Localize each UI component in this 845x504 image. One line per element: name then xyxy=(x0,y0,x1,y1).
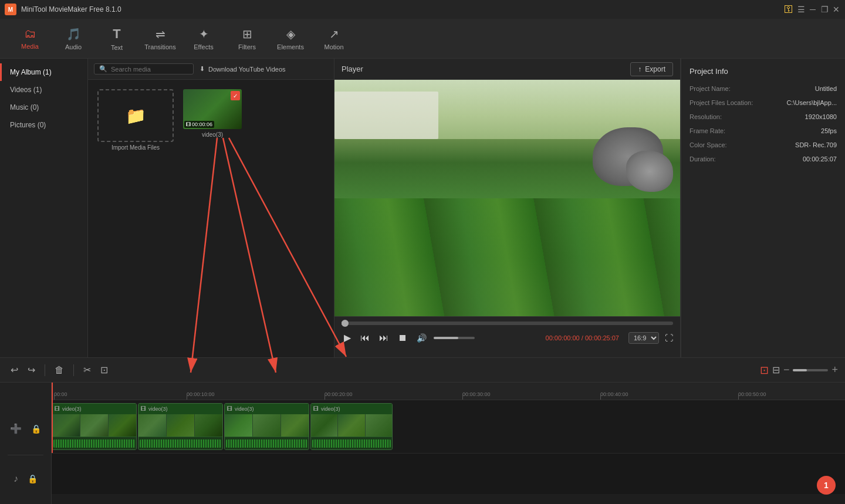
timeline-ruler: 00:00 00:00:10:00 00:00:20:00 00:00:30:0… xyxy=(52,383,845,400)
zoom-plus-button[interactable]: + xyxy=(832,364,838,376)
timeline-clip-2[interactable]: 🎞 video(3) xyxy=(138,403,223,450)
thumb-check-mark: ✓ xyxy=(231,91,240,100)
progress-bar[interactable] xyxy=(342,322,673,325)
timeline-clip-1[interactable]: 🎞 video(3) xyxy=(52,403,137,450)
fullscreen-button[interactable]: ⛶ xyxy=(665,333,673,343)
app-title: MiniTool MovieMaker Free 8.1.0 xyxy=(21,5,121,13)
sidebar-item-pictures[interactable]: Pictures (0) xyxy=(0,116,87,134)
volume-slider[interactable] xyxy=(434,337,475,339)
lock-audio-track-button[interactable]: 🔒 xyxy=(25,472,40,486)
resolution-label: Resolution: xyxy=(689,113,722,120)
toolbar-filters[interactable]: ⊞ Filters xyxy=(227,22,268,56)
redo-button[interactable]: ↪ xyxy=(24,362,39,378)
restore-icon[interactable]: ❐ xyxy=(820,5,829,13)
text-icon: T xyxy=(113,26,120,42)
undo-button[interactable]: ↩ xyxy=(7,362,22,378)
search-input[interactable] xyxy=(111,66,188,73)
toolbar-elements[interactable]: ◈ Elements xyxy=(270,22,311,56)
resolution-row: Resolution: 1920x1080 xyxy=(689,113,837,120)
clip-1-wave xyxy=(53,439,135,448)
export-button[interactable]: ↑ Export xyxy=(630,62,673,76)
cut-button[interactable]: ✂ xyxy=(80,362,94,378)
menu-icon[interactable]: ☰ xyxy=(797,5,805,13)
download-youtube-btn[interactable]: ⬇ Download YouTube Videos xyxy=(200,65,286,73)
clip-1-film-icon: 🎞 xyxy=(55,406,60,412)
framerate-row: Frame Rate: 25fps xyxy=(689,127,837,134)
ruler-mark-0: 00:00 xyxy=(54,391,67,397)
clip-3-frame-1 xyxy=(225,414,253,437)
toolbar-motion[interactable]: ↗ Motion xyxy=(313,22,354,56)
download-icon: ⬇ xyxy=(200,65,205,73)
project-location-label: Project Files Location: xyxy=(689,99,753,106)
audio-track-controls: ♪ 🔒 xyxy=(11,455,40,502)
clip-3-frame-3 xyxy=(281,414,309,437)
minimize-icon[interactable]: ─ xyxy=(809,5,817,13)
film-icon: 🎞 xyxy=(186,122,191,127)
media-toolbar: 🔍 ⬇ Download YouTube Videos xyxy=(88,59,334,80)
folder-icon: 📁 xyxy=(126,106,146,126)
clip-2-frames xyxy=(138,414,222,437)
motion-icon: ↗ xyxy=(329,27,339,41)
volume-button[interactable]: 🔊 xyxy=(414,332,429,344)
clip-1-frame-3 xyxy=(109,414,136,437)
player-video xyxy=(334,80,680,316)
toolbar-text[interactable]: T Text xyxy=(96,22,137,56)
add-video-track-button[interactable]: ➕ xyxy=(8,421,24,437)
split-btn[interactable]: ⊟ xyxy=(772,364,780,376)
toolbar-filters-label: Filters xyxy=(238,43,256,50)
ruler-line-5 xyxy=(738,395,739,400)
clip-2-audio xyxy=(138,437,222,449)
left-panel: My Album (1) Videos (1) Music (0) Pictur… xyxy=(0,59,334,357)
add-audio-track-button[interactable]: ♪ xyxy=(11,471,21,486)
transitions-icon: ⇌ xyxy=(156,27,165,41)
toolbar-media[interactable]: 🗂 Media xyxy=(9,22,50,56)
clip-4-audio xyxy=(311,437,392,449)
app-logo: M xyxy=(5,4,16,15)
crop-button[interactable]: ⊡ xyxy=(97,362,111,378)
stop-button[interactable]: ⏹ xyxy=(396,332,410,344)
clip-2-wave xyxy=(140,439,221,448)
lock-video-track-button[interactable]: 🔒 xyxy=(29,422,43,436)
close-icon[interactable]: ✕ xyxy=(832,5,840,13)
toolbar-transitions[interactable]: ⇌ Transitions xyxy=(140,22,181,56)
prev-frame-button[interactable]: ⏮ xyxy=(358,332,372,344)
toolbar-separator-2 xyxy=(73,364,74,376)
search-icon: 🔍 xyxy=(99,65,107,73)
effects-icon: ✦ xyxy=(199,27,209,41)
notification-bubble[interactable]: 1 xyxy=(817,476,836,495)
duration-label: Duration: xyxy=(689,155,716,163)
toolbar-effects-label: Effects xyxy=(194,43,213,50)
next-frame-button[interactable]: ⏭ xyxy=(377,332,391,344)
toolbar-effects[interactable]: ✦ Effects xyxy=(183,22,224,56)
zoom-slider[interactable] xyxy=(793,369,828,371)
playhead[interactable] xyxy=(52,383,53,453)
clip-3-wave xyxy=(226,439,307,448)
clip-4-frame-1 xyxy=(311,414,338,437)
zoom-minus-button[interactable]: − xyxy=(783,364,790,376)
player-title: Player xyxy=(342,65,363,73)
clip-1-label: video(3) xyxy=(62,406,82,412)
ruler-mark-4: 00:00:40:00 xyxy=(600,391,628,397)
media-grid: 📁 Import Media Files 🎞 00:00:06 ✓ xyxy=(88,80,334,357)
notif-count: 1 xyxy=(824,481,829,490)
sidebar-item-music[interactable]: Music (0) xyxy=(0,99,87,116)
sidebar-item-my-album[interactable]: My Album (1) xyxy=(0,63,87,81)
timeline-clip-4[interactable]: 🎞 video(3) xyxy=(310,403,393,450)
clip-3-label: video(3) xyxy=(235,406,254,412)
play-button[interactable]: ▶ xyxy=(342,331,353,344)
zoom-fill xyxy=(793,369,807,371)
delete-button[interactable]: 🗑 xyxy=(51,363,67,378)
video-thumbnail[interactable]: 🎞 00:00:06 ✓ xyxy=(183,89,242,129)
pin-icon[interactable]: ⚿ xyxy=(784,4,793,15)
sidebar-item-videos[interactable]: Videos (1) xyxy=(0,81,87,99)
time-display: 00:00:00:00 / 00:00:25:07 xyxy=(546,334,619,341)
player-panel: Player ↑ Export xyxy=(334,59,681,357)
timeline-clip-3[interactable]: 🎞 video(3) xyxy=(224,403,309,450)
ruler-mark-1: 00:00:10:00 xyxy=(187,391,215,397)
aspect-ratio-select[interactable]: 16:9 xyxy=(628,332,659,344)
clip-4-label: video(3) xyxy=(321,406,340,412)
import-media-button[interactable]: 📁 xyxy=(97,89,174,142)
clip-4-frames xyxy=(311,414,392,437)
tl-red-btn[interactable]: ⊡ xyxy=(760,364,769,377)
toolbar-audio[interactable]: 🎵 Audio xyxy=(53,22,94,56)
